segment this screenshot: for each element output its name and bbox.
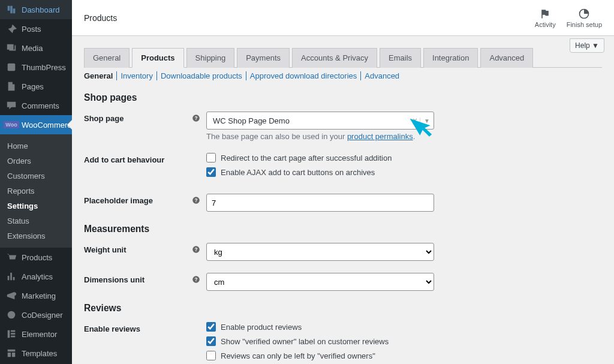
product-permalinks-link[interactable]: product permalinks bbox=[347, 132, 413, 141]
settings-tabs: GeneralProductsShippingPaymentsAccounts … bbox=[84, 48, 602, 68]
sidebar-item-label: Templates bbox=[22, 349, 57, 358]
woocommerce-submenu: HomeOrdersCustomersReportsSettingsStatus… bbox=[0, 134, 72, 248]
settings-subtabs: GeneralInventoryDownloadable productsApp… bbox=[84, 71, 602, 80]
help-icon[interactable]: ? bbox=[192, 194, 206, 204]
sidebar-item-woocommerce[interactable]: WooWooCommerce bbox=[0, 115, 72, 134]
sidebar-sub-home[interactable]: Home bbox=[0, 139, 72, 154]
tab-payments[interactable]: Payments bbox=[237, 48, 290, 68]
svg-rect-0 bbox=[8, 64, 16, 71]
help-icon[interactable]: ? bbox=[192, 273, 206, 284]
progress-icon bbox=[578, 8, 590, 20]
clear-icon[interactable]: × bbox=[410, 116, 420, 125]
dashboard-icon bbox=[6, 4, 17, 15]
sidebar-item-label: CoDesigner bbox=[22, 311, 63, 320]
svg-text:?: ? bbox=[195, 247, 198, 252]
flag-icon bbox=[539, 8, 551, 20]
sidebar-item-codesigner[interactable]: CoDesigner bbox=[0, 305, 72, 324]
page-title: Products bbox=[84, 13, 117, 23]
sidebar-sub-status[interactable]: Status bbox=[0, 213, 72, 228]
sidebar-item-label: Media bbox=[22, 44, 43, 53]
ajax-checkbox[interactable] bbox=[206, 167, 216, 177]
measurements-heading: Measurements bbox=[84, 224, 602, 234]
comments-icon bbox=[6, 100, 17, 111]
activity-button[interactable]: Activity bbox=[535, 8, 556, 28]
templates-icon bbox=[6, 348, 17, 359]
sidebar-sub-settings[interactable]: Settings bbox=[0, 198, 72, 213]
sidebar-item-label: Dashboard bbox=[22, 5, 60, 14]
sidebar-item-posts[interactable]: Posts bbox=[0, 19, 72, 38]
sidebar-item-label: Posts bbox=[22, 25, 41, 34]
redirect-checkbox-row[interactable]: Redirect to the cart page after successf… bbox=[206, 153, 602, 163]
tab-advanced[interactable]: Advanced bbox=[480, 48, 533, 68]
sidebar-item-dashboard[interactable]: Dashboard bbox=[0, 0, 72, 19]
show-verified-row[interactable]: Show "verified owner" label on customer … bbox=[206, 336, 602, 346]
main-content: Products Activity Finish setup Help ▼ Ge… bbox=[72, 0, 614, 364]
shop-page-label: Shop page bbox=[84, 112, 192, 123]
sidebar-sub-extensions[interactable]: Extensions bbox=[0, 228, 72, 243]
pin-icon bbox=[6, 23, 17, 34]
sidebar-item-label: ThumbPress bbox=[22, 63, 66, 72]
subtab-approved-download-directories[interactable]: Approved download directories bbox=[246, 71, 362, 80]
woo-icon: Woo bbox=[6, 119, 17, 130]
weight-unit-select[interactable]: kg bbox=[206, 243, 434, 261]
weight-unit-label: Weight unit bbox=[84, 243, 192, 254]
sidebar-item-analytics[interactable]: Analytics bbox=[0, 267, 72, 286]
redirect-checkbox[interactable] bbox=[206, 153, 216, 163]
marketing-icon bbox=[6, 290, 17, 301]
sidebar-item-label: WooCommerce bbox=[22, 121, 72, 130]
topbar: Products Activity Finish setup bbox=[72, 0, 614, 36]
ajax-checkbox-row[interactable]: Enable AJAX add to cart buttons on archi… bbox=[206, 167, 602, 177]
placeholder-label: Placeholder image bbox=[84, 194, 192, 205]
enable-product-checkbox[interactable] bbox=[206, 322, 216, 332]
subtab-downloadable-products[interactable]: Downloadable products bbox=[157, 71, 246, 80]
sidebar-item-comments[interactable]: Comments bbox=[0, 96, 72, 115]
reviews-heading: Reviews bbox=[84, 303, 602, 314]
cart-behaviour-label: Add to cart behaviour bbox=[84, 153, 192, 164]
enable-reviews-label: Enable reviews bbox=[84, 322, 192, 333]
verified-only-checkbox[interactable] bbox=[206, 351, 216, 360]
admin-sidebar: DashboardPostsMediaThumbPressPagesCommen… bbox=[0, 0, 72, 364]
svg-text:?: ? bbox=[195, 116, 198, 121]
help-icon[interactable]: ? bbox=[192, 243, 206, 254]
finish-setup-button[interactable]: Finish setup bbox=[567, 8, 602, 28]
sidebar-item-label: Products bbox=[22, 253, 52, 262]
verified-only-row[interactable]: Reviews can only be left by "verified ow… bbox=[206, 351, 602, 360]
sidebar-sub-customers[interactable]: Customers bbox=[0, 169, 72, 183]
tab-products[interactable]: Products bbox=[132, 48, 183, 68]
sidebar-item-label: Elementor bbox=[22, 330, 57, 339]
enable-product-reviews-row[interactable]: Enable product reviews bbox=[206, 322, 602, 332]
tab-emails[interactable]: Emails bbox=[380, 48, 421, 68]
sidebar-sub-reports[interactable]: Reports bbox=[0, 183, 72, 198]
help-icon[interactable]: ? bbox=[192, 112, 206, 122]
sidebar-item-products[interactable]: Products bbox=[0, 248, 72, 267]
sidebar-item-elementor[interactable]: Elementor bbox=[0, 324, 72, 344]
sidebar-item-thumbpress[interactable]: ThumbPress bbox=[0, 58, 72, 77]
svg-rect-3 bbox=[11, 330, 15, 332]
subtab-advanced[interactable]: Advanced bbox=[361, 71, 403, 80]
svg-text:?: ? bbox=[195, 198, 198, 203]
chevron-down-icon[interactable]: ▼ bbox=[420, 118, 430, 124]
svg-text:?: ? bbox=[195, 277, 198, 282]
sidebar-item-label: Pages bbox=[22, 82, 44, 91]
svg-rect-5 bbox=[11, 336, 15, 338]
help-button[interactable]: Help ▼ bbox=[570, 38, 604, 53]
shop-page-select[interactable]: WC Shop Page Demo × ▼ bbox=[206, 112, 434, 130]
tab-general[interactable]: General bbox=[84, 48, 130, 68]
sidebar-sub-orders[interactable]: Orders bbox=[0, 154, 72, 169]
subtab-inventory[interactable]: Inventory bbox=[117, 71, 156, 80]
show-verified-checkbox[interactable] bbox=[206, 336, 216, 346]
tab-shipping[interactable]: Shipping bbox=[186, 48, 235, 68]
products-icon bbox=[6, 252, 17, 263]
sidebar-item-marketing[interactable]: Marketing bbox=[0, 286, 72, 305]
analytics-icon bbox=[6, 271, 17, 282]
subtab-general[interactable]: General bbox=[84, 71, 117, 80]
dimensions-unit-select[interactable]: cm bbox=[206, 273, 434, 291]
sidebar-item-media[interactable]: Media bbox=[0, 38, 72, 58]
tab-accounts-privacy[interactable]: Accounts & Privacy bbox=[292, 48, 377, 68]
sidebar-item-label: Analytics bbox=[22, 272, 53, 281]
placeholder-input[interactable] bbox=[206, 194, 434, 212]
thumbpress-icon bbox=[6, 62, 17, 73]
tab-integration[interactable]: Integration bbox=[423, 48, 478, 68]
sidebar-item-templates[interactable]: Templates bbox=[0, 344, 72, 363]
sidebar-item-pages[interactable]: Pages bbox=[0, 77, 72, 96]
